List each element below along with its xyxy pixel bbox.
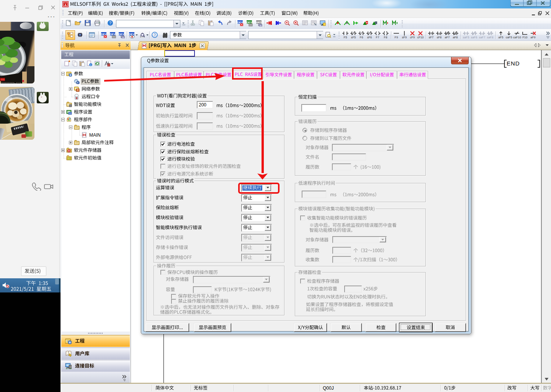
svg-text:DEV: DEV [247,21,252,24]
svg-text:?: ? [154,33,156,37]
svg-text:DEV: DEV [129,33,135,36]
svg-text:DEV: DEV [119,33,124,36]
svg-text:i: i [90,64,91,66]
svg-text:DEV: DEV [237,21,243,24]
svg-text:?: ? [109,21,111,25]
svg-text:DEV: DEV [101,33,107,36]
svg-text:DEV: DEV [110,33,116,36]
svg-text:HKD: HKD [256,21,262,24]
